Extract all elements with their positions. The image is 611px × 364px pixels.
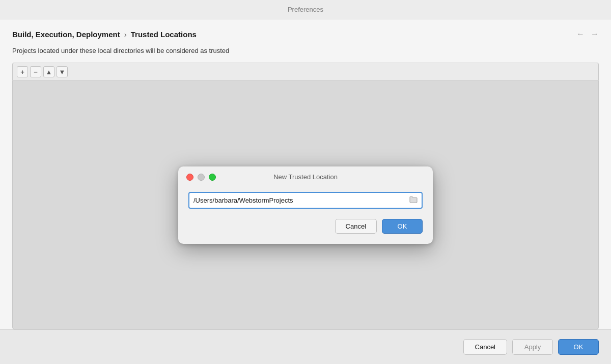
main-content: Build, Execution, Deployment › Trusted L…: [0, 19, 611, 329]
path-input-row: [188, 192, 423, 209]
close-button[interactable]: [186, 174, 193, 181]
description-text: Projects located under these local direc…: [12, 47, 599, 54]
path-input-wrapper: [188, 192, 423, 209]
trusted-locations-list: New Trusted Location: [12, 80, 599, 329]
title-bar: Preferences: [0, 0, 611, 19]
remove-button[interactable]: −: [30, 66, 41, 77]
ok-button[interactable]: OK: [558, 339, 599, 355]
bottom-bar: Cancel Apply OK: [0, 329, 611, 364]
breadcrumb-current: Trusted Locations: [131, 30, 197, 39]
breadcrumb-separator: ›: [124, 30, 127, 39]
minimize-button[interactable]: [198, 174, 205, 181]
nav-arrows: ← →: [576, 30, 599, 39]
modal-overlay: New Trusted Location: [13, 81, 598, 329]
traffic-lights: [186, 174, 216, 181]
breadcrumb: Build, Execution, Deployment › Trusted L…: [12, 30, 197, 39]
folder-browse-icon[interactable]: [409, 196, 418, 205]
maximize-button[interactable]: [209, 174, 216, 181]
move-up-button[interactable]: ▲: [43, 66, 54, 77]
breadcrumb-parent[interactable]: Build, Execution, Deployment: [12, 30, 120, 39]
dialog-cancel-button[interactable]: Cancel: [335, 219, 377, 234]
move-down-button[interactable]: ▼: [57, 66, 68, 77]
toolbar: + − ▲ ▼: [12, 63, 599, 80]
dialog-title: New Trusted Location: [273, 173, 338, 181]
nav-forward-arrow[interactable]: →: [591, 30, 599, 39]
dialog-body: Cancel OK: [178, 186, 433, 244]
window-title: Preferences: [288, 6, 323, 13]
new-trusted-location-dialog: New Trusted Location: [178, 166, 433, 244]
add-button[interactable]: +: [17, 66, 28, 77]
path-input[interactable]: [193, 197, 405, 204]
cancel-button[interactable]: Cancel: [463, 339, 507, 355]
breadcrumb-row: Build, Execution, Deployment › Trusted L…: [12, 30, 599, 39]
apply-button: Apply: [512, 339, 553, 355]
dialog-buttons: Cancel OK: [188, 219, 423, 234]
nav-back-arrow[interactable]: ←: [576, 30, 585, 39]
dialog-titlebar: New Trusted Location: [178, 166, 433, 186]
dialog-ok-button[interactable]: OK: [382, 219, 423, 234]
